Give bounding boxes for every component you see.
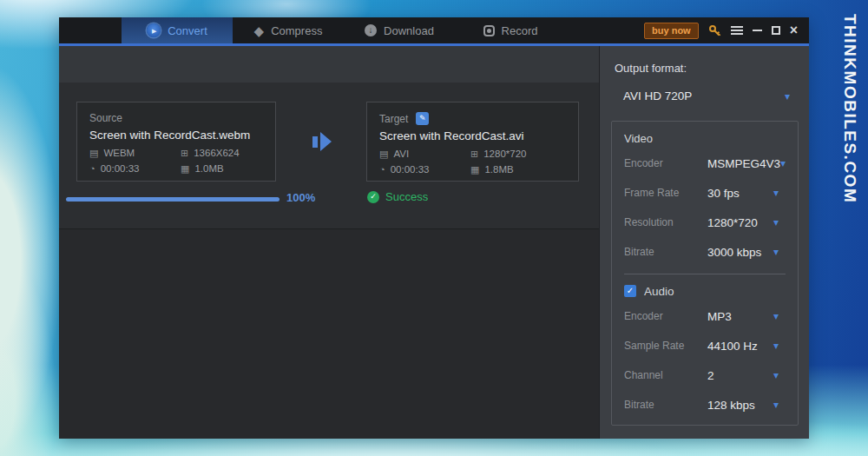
- chevron-down-icon[interactable]: ▾: [773, 247, 786, 257]
- output-format-label: Output format:: [615, 62, 687, 75]
- chevron-down-icon[interactable]: ▾: [785, 91, 790, 102]
- buy-now-button[interactable]: buy now: [644, 23, 699, 39]
- audio-checkbox[interactable]: ✓: [624, 285, 636, 297]
- video-encoder-row[interactable]: Encoder MSMPEG4V3 ▾: [624, 149, 786, 178]
- minimize-icon[interactable]: [753, 30, 762, 31]
- tab-bar: ▶ Convert ◆ Compress ↓ Download Record b…: [59, 17, 809, 46]
- target-label: Target: [379, 113, 408, 125]
- source-size: ▦ 1.0MB: [181, 163, 263, 174]
- compress-gem-icon: ◆: [254, 24, 265, 37]
- resolution-icon: ⊞: [470, 149, 478, 159]
- download-arrow-icon: ↓: [365, 24, 377, 36]
- source-file-box: Source Screen with RecordCast.webm ▤ WEB…: [76, 102, 276, 182]
- resolution-icon: ⊞: [181, 149, 188, 158]
- target-resolution: ⊞ 1280*720: [470, 149, 566, 159]
- edit-target-icon[interactable]: ✎: [416, 112, 429, 125]
- chevron-down-icon[interactable]: ▾: [773, 400, 786, 410]
- target-size: ▦ 1.8MB: [470, 164, 566, 175]
- source-format: ▤ WEBM: [89, 148, 181, 158]
- tab-download[interactable]: ↓ Download: [344, 17, 455, 43]
- tab-compress[interactable]: ◆ Compress: [233, 17, 344, 43]
- tab-record-label: Record: [502, 24, 538, 37]
- convert-play-icon: ▶: [147, 23, 161, 37]
- record-icon: [483, 25, 495, 36]
- tab-compress-label: Compress: [271, 24, 322, 37]
- watermark-text: THINKMOBILES.COM: [840, 14, 859, 203]
- chevron-down-icon[interactable]: ▾: [773, 311, 786, 321]
- output-format-select[interactable]: AVI HD 720P ▾: [623, 89, 790, 102]
- video-framerate-row[interactable]: Frame Rate 30 fps ▾: [624, 178, 786, 208]
- status-badge: ✓ Success: [367, 190, 428, 203]
- audio-bitrate-row[interactable]: Bitrate 128 kbps ▾: [624, 390, 786, 420]
- video-section-title: Video: [624, 132, 786, 145]
- convert-direction-icon: [312, 132, 332, 151]
- filesize-icon: ▦: [470, 165, 479, 175]
- audio-samplerate-row[interactable]: Sample Rate 44100 Hz ▾: [624, 331, 786, 360]
- audio-section-title: Audio: [644, 285, 674, 298]
- source-resolution: ⊞ 1366X624: [181, 148, 263, 158]
- clock-icon: ◔: [89, 164, 95, 174]
- target-duration: ◔ 00:00:33: [379, 164, 470, 175]
- audio-channel-row[interactable]: Channel 2 ▾: [624, 360, 786, 390]
- format-icon: ▤: [379, 149, 388, 159]
- target-format: ▤ AVI: [379, 149, 470, 159]
- audio-encoder-row[interactable]: Encoder MP3 ▾: [624, 301, 786, 331]
- source-duration: ◔ 00:00:33: [89, 163, 181, 174]
- tab-convert-label: Convert: [168, 24, 207, 37]
- format-icon: ▤: [89, 149, 98, 158]
- key-icon[interactable]: [708, 24, 721, 37]
- section-divider: [624, 274, 786, 274]
- filesize-icon: ▦: [181, 164, 189, 174]
- status-text: Success: [385, 190, 428, 203]
- output-format-value: AVI HD 720P: [623, 89, 692, 102]
- source-filename: Screen with RecordCast.webm: [89, 129, 263, 142]
- success-check-icon: ✓: [367, 191, 379, 203]
- tab-record[interactable]: Record: [455, 17, 566, 43]
- toolbar-band: [59, 46, 599, 83]
- video-bitrate-row[interactable]: Bitrate 3000 kbps ▾: [624, 237, 786, 267]
- file-list-area: [59, 228, 599, 439]
- target-filename: Screen with RecordCast.avi: [379, 129, 566, 142]
- tab-convert[interactable]: ▶ Convert: [122, 17, 233, 43]
- conversion-panel: Source Screen with RecordCast.webm ▤ WEB…: [59, 83, 599, 228]
- target-file-box: Target ✎ Screen with RecordCast.avi ▤ AV…: [366, 102, 579, 182]
- menu-icon[interactable]: [731, 26, 743, 35]
- tab-download-label: Download: [384, 24, 434, 37]
- titlebar-controls: buy now ×: [644, 17, 809, 43]
- progress-bar: [66, 197, 279, 202]
- maximize-icon[interactable]: [772, 26, 780, 35]
- settings-sidebar: Output format: AVI HD 720P ▾ Video Encod…: [599, 46, 809, 439]
- tab-strip: ▶ Convert ◆ Compress ↓ Download Record: [122, 17, 566, 43]
- video-resolution-row[interactable]: Resolution 1280*720 ▾: [624, 208, 786, 237]
- chevron-down-icon[interactable]: ▾: [773, 370, 786, 380]
- source-label: Source: [89, 112, 122, 124]
- clock-icon: ◔: [379, 165, 385, 175]
- chevron-down-icon[interactable]: ▾: [773, 188, 786, 198]
- chevron-down-icon[interactable]: ▾: [780, 158, 792, 169]
- codec-settings-box: Video Encoder MSMPEG4V3 ▾ Frame Rate 30 …: [611, 121, 799, 426]
- close-icon[interactable]: ×: [790, 23, 798, 37]
- app-window: ▶ Convert ◆ Compress ↓ Download Record b…: [59, 17, 809, 439]
- chevron-down-icon[interactable]: ▾: [773, 217, 786, 228]
- chevron-down-icon[interactable]: ▾: [773, 340, 786, 351]
- progress-percent: 100%: [286, 191, 315, 204]
- main-area: Source Screen with RecordCast.webm ▤ WEB…: [59, 46, 599, 439]
